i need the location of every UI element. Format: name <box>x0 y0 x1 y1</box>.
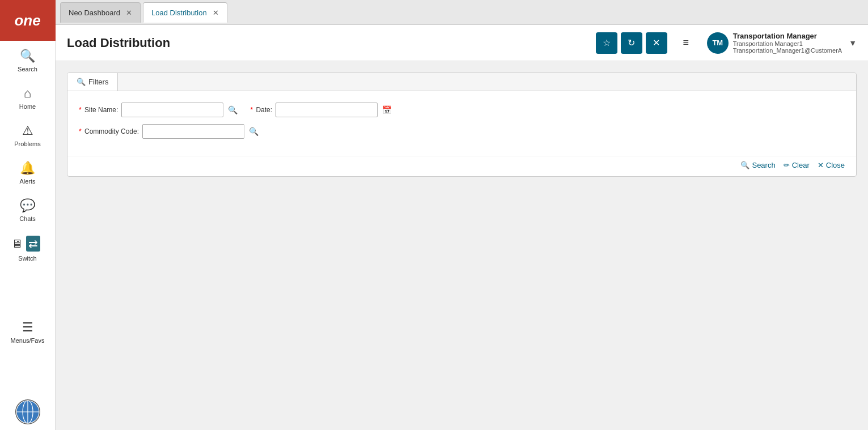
commodity-code-input[interactable] <box>142 124 244 139</box>
close-page-button[interactable]: ✕ <box>646 32 667 54</box>
close-link-icon: ✕ <box>818 161 824 169</box>
sidebar-bottom <box>0 399 55 430</box>
sidebar-item-menus[interactable]: ☰ Menus/Favs <box>0 312 55 350</box>
filter-search-icon: 🔍 <box>77 78 86 86</box>
user-info-section[interactable]: TM Transportation Manager Transportation… <box>707 32 857 54</box>
logo-text: one <box>14 12 40 29</box>
search-icon: 🔍 <box>20 49 35 63</box>
sidebar-item-search[interactable]: 🔍 Search <box>0 41 55 78</box>
switch-icon: 🖥 <box>11 237 23 250</box>
sidebar-label-switch: Switch <box>18 255 36 262</box>
page-content: 🔍 Filters * Site Name: 🔍 <box>56 61 868 430</box>
sidebar-label-home: Home <box>19 103 36 110</box>
header-actions: ☆ ↻ ✕ ≡ TM Transportation Manager Transp… <box>596 32 857 54</box>
filters-tab[interactable]: 🔍 Filters <box>67 73 118 91</box>
refresh-icon: ↻ <box>628 37 635 48</box>
tab-label-neo-dashboard: Neo Dashboard <box>69 8 120 17</box>
clear-link[interactable]: ✏ Clear <box>784 161 810 169</box>
site-name-label: * Site Name: <box>79 106 118 114</box>
calendar-icon: 📅 <box>382 105 392 114</box>
app-logo[interactable]: one <box>0 0 56 41</box>
sidebar-label-alerts: Alerts <box>19 178 35 185</box>
commodity-code-required: * <box>79 127 82 135</box>
sidebar-label-problems: Problems <box>14 141 40 147</box>
clear-link-label: Clear <box>792 161 810 169</box>
home-icon: ⌂ <box>24 86 31 101</box>
user-details: Transportation Manager Transportation Ma… <box>733 32 842 54</box>
commodity-code-search-button[interactable]: 🔍 <box>248 126 260 137</box>
search-link-label: Search <box>752 161 775 169</box>
clear-link-icon: ✏ <box>784 161 790 169</box>
commodity-code-label: * Commodity Code: <box>79 127 139 135</box>
search-link[interactable]: 🔍 Search <box>740 161 775 169</box>
sidebar-item-problems[interactable]: ⚠ Problems <box>0 116 55 153</box>
date-calendar-button[interactable]: 📅 <box>381 104 393 116</box>
search-link-icon: 🔍 <box>740 161 750 169</box>
commodity-code-field: * Commodity Code: 🔍 <box>79 124 260 139</box>
close-tab-load-distribution[interactable]: ✕ <box>213 9 219 16</box>
user-avatar-small[interactable] <box>15 399 40 424</box>
date-input[interactable] <box>276 103 378 117</box>
commodity-search-icon: 🔍 <box>249 127 259 136</box>
sidebar-item-home[interactable]: ⌂ Home <box>0 78 55 116</box>
site-name-field: * Site Name: 🔍 <box>79 103 239 117</box>
filter-row-2: * Commodity Code: 🔍 <box>79 124 845 139</box>
tab-load-distribution[interactable]: Load Distribution ✕ <box>143 2 227 23</box>
star-icon: ☆ <box>603 37 611 48</box>
chevron-down-icon: ▼ <box>849 39 857 48</box>
filter-row-1: * Site Name: 🔍 * Date: <box>79 103 845 117</box>
date-label: * Date: <box>250 106 272 114</box>
tab-bar: Neo Dashboard ✕ Load Distribution ✕ <box>56 0 868 25</box>
hamburger-icon: ≡ <box>683 37 689 49</box>
tab-neo-dashboard[interactable]: Neo Dashboard ✕ <box>60 2 141 23</box>
site-name-search-icon: 🔍 <box>228 105 238 114</box>
tab-label-load-distribution: Load Distribution <box>151 8 207 17</box>
globe-icon <box>15 399 40 424</box>
sidebar-label-chats: Chats <box>19 215 36 222</box>
date-required: * <box>250 106 253 114</box>
refresh-button[interactable]: ↻ <box>621 32 642 54</box>
filters-actions: 🔍 Search ✏ Clear ✕ Close <box>67 156 856 176</box>
close-icon: ✕ <box>653 37 660 48</box>
bell-icon: 🔔 <box>20 161 35 176</box>
favorite-button[interactable]: ☆ <box>596 32 617 54</box>
site-name-input[interactable] <box>121 103 223 117</box>
page-title: Load Distribution <box>67 36 596 50</box>
filters-tab-bar: 🔍 Filters <box>67 73 856 91</box>
user-initials-avatar: TM <box>707 32 729 54</box>
filters-panel: 🔍 Filters * Site Name: 🔍 <box>67 73 857 177</box>
page-header: Load Distribution ☆ ↻ ✕ ≡ TM Transportat… <box>56 25 868 61</box>
date-field: * Date: 📅 <box>250 103 393 117</box>
site-name-required: * <box>79 106 82 114</box>
filters-body: * Site Name: 🔍 * Date: <box>67 91 856 154</box>
sidebar: one 🔍 Search ⌂ Home ⚠ Problems 🔔 Alerts … <box>0 0 56 430</box>
user-initials: TM <box>712 39 723 47</box>
switch-arrows-icon: ⇄ <box>26 236 40 252</box>
close-link-label: Close <box>826 161 845 169</box>
sidebar-item-alerts[interactable]: 🔔 Alerts <box>0 153 55 190</box>
chat-icon: 💬 <box>20 198 35 213</box>
site-name-search-button[interactable]: 🔍 <box>227 104 239 116</box>
user-role: Transportation Manager1 <box>733 40 842 47</box>
user-email: Transportation_Manager1@CustomerA <box>733 47 842 54</box>
menu-icon: ☰ <box>22 320 33 335</box>
sidebar-label-menus: Menus/Favs <box>11 337 45 344</box>
warning-icon: ⚠ <box>22 124 33 138</box>
filters-tab-label: Filters <box>88 78 108 86</box>
sidebar-item-chats[interactable]: 💬 Chats <box>0 190 55 228</box>
user-name: Transportation Manager <box>733 32 842 40</box>
main-area: Neo Dashboard ✕ Load Distribution ✕ Load… <box>56 0 868 430</box>
hamburger-menu-button[interactable]: ≡ <box>675 32 697 54</box>
close-tab-neo-dashboard[interactable]: ✕ <box>126 9 132 16</box>
close-link[interactable]: ✕ Close <box>818 161 845 169</box>
sidebar-label-search: Search <box>18 66 37 73</box>
